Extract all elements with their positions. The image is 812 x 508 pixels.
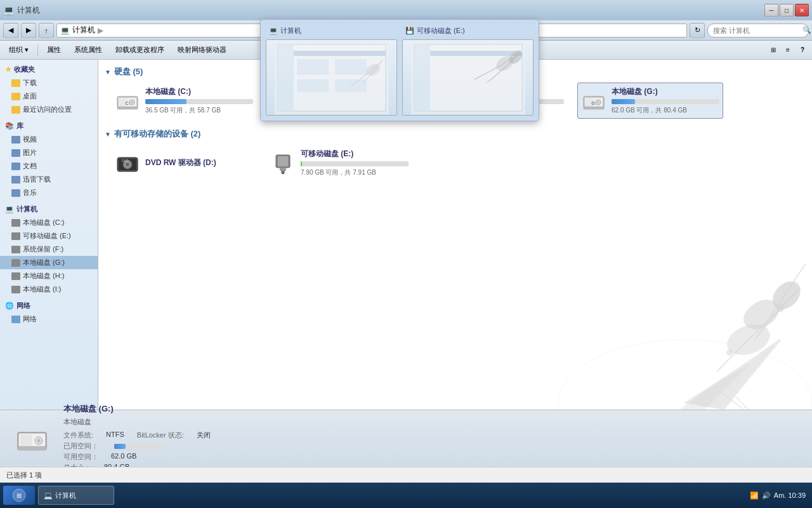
up-button[interactable]: ↑	[39, 23, 54, 38]
svg-rect-52	[297, 79, 329, 92]
info-type: 本地磁盘	[63, 417, 799, 427]
sidebar-item-h[interactable]: 本地磁盘 (H:)	[0, 269, 98, 283]
bitlocker-label: BitLocker 状态:	[137, 431, 184, 440]
sidebar-item-recent[interactable]: 最近访问的位置	[0, 103, 98, 116]
sidebar-section-network: 🌐 网络 网络	[0, 299, 98, 326]
sidebar-item-network[interactable]: 网络	[0, 312, 98, 326]
minimize-button[interactable]: ─	[764, 4, 778, 17]
system-props-button[interactable]: 系统属性	[69, 43, 108, 58]
refresh-button[interactable]: ↻	[690, 23, 705, 38]
help-icon[interactable]: ?	[796, 44, 809, 57]
drive-g-size: 62.0 GB 可用，共 80.4 GB	[612, 106, 719, 115]
removable-section: ▼ 有可移动存储的设备 (2) DVD	[105, 128, 806, 181]
search-icon: 🔍	[802, 26, 811, 34]
map-drive-button[interactable]: 映射网络驱动器	[172, 43, 232, 58]
forward-button[interactable]: ▶	[21, 23, 36, 38]
lib-icon	[11, 189, 20, 197]
computer-label: 计算机	[16, 204, 37, 214]
drive-icon	[11, 259, 20, 267]
thumb-item-removable[interactable]: 💾 可移动磁盘 (E:)	[402, 25, 534, 116]
back-button[interactable]: ◀	[3, 23, 18, 38]
sidebar-header-computer[interactable]: 💻 计算机	[0, 203, 98, 216]
info-icon	[13, 420, 51, 458]
svg-rect-50	[297, 59, 329, 75]
uninstall-button[interactable]: 卸载或更改程序	[110, 43, 170, 58]
sidebar-item-f[interactable]: 系统保留 (F:)	[0, 243, 98, 256]
drive-e[interactable]: 可移动磁盘 (E:) 7.90 GB 可用，共 7.91 GB	[266, 145, 412, 181]
drive-dvd-info: DVD RW 驱动器 (D:)	[145, 157, 253, 168]
drive-g-bar-bg	[612, 99, 719, 104]
network-icon: 🌐	[5, 302, 14, 310]
taskbar-window-btn[interactable]: 💻 计算机	[38, 486, 114, 505]
sidebar-item-download[interactable]: 下载	[0, 76, 98, 90]
drive-icon-c: C:	[115, 88, 140, 114]
sidebar-section-computer: 💻 计算机 本地磁盘 (C:) 可移动磁盘 (E:) 系统保留 (F:)	[0, 203, 98, 296]
drive-g-bar	[612, 99, 635, 104]
tray-time: Am. 10:39	[774, 491, 806, 499]
drive-icon	[11, 232, 20, 240]
harddisks-label: 硬盘 (5)	[114, 66, 143, 77]
folder-icon	[11, 79, 20, 87]
network-label: 网络	[16, 301, 30, 311]
drive-icon	[11, 286, 20, 293]
free-size: 62.0 GB	[111, 452, 136, 462]
drive-g[interactable]: G: 本地磁盘 (G:) 62.0 GB 可用，共 80.4 GB	[577, 83, 723, 119]
sidebar-header-network[interactable]: 🌐 网络	[0, 299, 98, 312]
svg-point-6	[776, 304, 784, 312]
maximize-button[interactable]: □	[780, 4, 794, 17]
organize-button[interactable]: 组织 ▾	[3, 43, 34, 58]
sidebar-item-label: 本地磁盘 (C:)	[23, 218, 64, 227]
drive-icon-dvd: DVD	[115, 150, 140, 176]
taskbar-tray: 📶 🔊 Am. 10:39	[750, 491, 809, 500]
sidebar-item-label: 迅雷下载	[23, 175, 51, 184]
window-icon: 💻	[3, 5, 14, 15]
sidebar-item-g[interactable]: 本地磁盘 (G:)	[0, 256, 98, 269]
used-label: 已用空间：	[63, 441, 98, 451]
removable-header[interactable]: ▼ 有可移动存储的设备 (2)	[105, 128, 806, 140]
start-button[interactable]: ⊞	[3, 486, 35, 505]
right-toolbar: ⊞ ≡ ?	[767, 44, 809, 57]
svg-point-1	[738, 294, 784, 335]
drive-c[interactable]: C: 本地磁盘 (C:) 36.5 GB 可用，共 58.7 GB	[111, 83, 257, 119]
sidebar-item-video[interactable]: 视频	[0, 133, 98, 146]
properties-button[interactable]: 属性	[41, 43, 67, 58]
view-icon-1[interactable]: ⊞	[767, 44, 780, 57]
svg-rect-12	[117, 107, 138, 109]
svg-text:G:: G:	[591, 101, 596, 105]
svg-rect-58	[430, 51, 522, 56]
thumb-item-computer[interactable]: 💻 计算机	[266, 25, 397, 116]
sidebar-item-docs[interactable]: 文档	[0, 159, 98, 173]
svg-point-11	[131, 101, 133, 103]
used-bar	[114, 444, 126, 449]
window-title: 计算机	[17, 5, 761, 16]
path-text: 计算机	[72, 25, 95, 36]
info-drive-name: 本地磁盘 (G:)	[63, 403, 799, 415]
sidebar-item-i[interactable]: 本地磁盘 (I:)	[0, 283, 98, 296]
info-row-1: 文件系统: NTFS BitLocker 状态: 关闭	[63, 431, 799, 440]
svg-point-32	[598, 101, 599, 103]
svg-rect-42	[278, 156, 288, 166]
view-icon-2[interactable]: ≡	[782, 44, 794, 57]
sidebar-item-desktop[interactable]: 桌面	[0, 90, 98, 103]
svg-rect-57	[414, 44, 430, 111]
sidebar-item-e[interactable]: 可移动磁盘 (E:)	[0, 229, 98, 243]
sidebar-item-music[interactable]: 音乐	[0, 186, 98, 199]
close-button[interactable]: ✕	[795, 4, 809, 17]
drive-dvd[interactable]: DVD DVD RW 驱动器 (D:)	[111, 145, 257, 181]
sidebar-section-favorites: ★ 收藏夹 下载 桌面 最近访问的位置	[0, 63, 98, 116]
svg-rect-44	[281, 171, 285, 173]
lib-icon	[11, 176, 20, 184]
sidebar-header-favorites[interactable]: ★ 收藏夹	[0, 63, 98, 76]
removable-grid: DVD DVD RW 驱动器 (D:)	[105, 145, 806, 181]
search-input[interactable]	[713, 27, 801, 34]
thumbnail-popup: 💻 计算机	[260, 19, 539, 121]
sidebar-item-label: 最近访问的位置	[23, 105, 72, 114]
drive-icon	[11, 246, 20, 253]
sidebar-item-c[interactable]: 本地磁盘 (C:)	[0, 216, 98, 229]
sidebar-item-thunder[interactable]: 迅雷下载	[0, 173, 98, 186]
title-bar: 💻 计算机 ─ □ ✕	[0, 0, 812, 20]
sidebar-header-library[interactable]: 📚 库	[0, 119, 98, 133]
sidebar-item-pictures[interactable]: 图片	[0, 146, 98, 159]
folder-icon	[11, 106, 20, 114]
svg-rect-43	[280, 168, 286, 171]
